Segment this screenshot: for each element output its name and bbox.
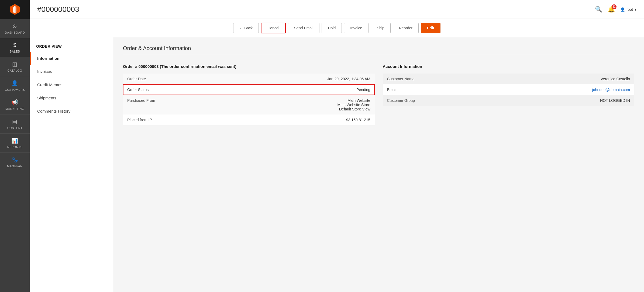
sidebar-item-marketing[interactable]: 📢 Marketing [0, 95, 30, 114]
sidebar-item-marketing-label: Marketing [5, 107, 24, 110]
magefan-icon: 🐾 [11, 157, 18, 163]
main-content: #000000003 🔍 🔔 11 👤 root ▾ ← Back Cancel… [30, 0, 644, 292]
order-status-value: Pending [227, 84, 375, 95]
ship-button[interactable]: Ship [371, 23, 391, 33]
section-title: Order & Account Information [123, 45, 634, 55]
customer-group-row: Customer Group NOT LOGGED IN [383, 95, 635, 106]
email-label: Email [383, 84, 494, 95]
user-name: root [626, 7, 633, 12]
user-avatar-icon: 👤 [620, 7, 625, 12]
sidebar-item-comments-history[interactable]: Comments History [30, 105, 113, 118]
purchased-from-row: Purchased From Main WebsiteMain Website … [123, 95, 375, 114]
sidebar-item-content[interactable]: ▤ Content [0, 114, 30, 133]
catalog-icon: ◫ [12, 61, 18, 67]
sidebar-item-customers[interactable]: 👤 Customers [0, 76, 30, 95]
notification-badge: 11 [612, 4, 617, 9]
send-email-button[interactable]: Send Email [288, 23, 320, 33]
order-status-label: Order Status [123, 84, 227, 95]
sidebar-item-customers-label: Customers [5, 88, 25, 91]
customer-name-value: Veronica Costello [493, 74, 634, 84]
sidebar-logo [0, 0, 30, 19]
order-status-row: Order Status Pending [123, 84, 375, 95]
email-value[interactable]: johndoe@domain.com [493, 84, 634, 95]
dashboard-icon: ⊙ [12, 23, 17, 29]
order-sidebar-title: ORDER VIEW [30, 40, 113, 52]
chevron-down-icon: ▾ [635, 7, 636, 12]
order-date-row: Order Date Jan 20, 2022, 1:34:06 AM [123, 74, 375, 84]
email-row: Email johndoe@domain.com [383, 84, 635, 95]
invoice-button[interactable]: Invoice [344, 23, 368, 33]
two-col-layout: Order # 000000003 (The order confirmatio… [123, 60, 634, 125]
account-heading: Account Information [383, 60, 635, 72]
customers-icon: 👤 [11, 80, 18, 86]
sidebar-item-reports[interactable]: 📊 Reports [0, 133, 30, 152]
placed-from-ip-row: Placed from IP 193.169.81.215 [123, 114, 375, 125]
reports-icon: 📊 [11, 137, 18, 144]
sidebar-item-magefan[interactable]: 🐾 Magefan [0, 152, 30, 172]
action-bar: ← Back Cancel Send Email Hold Invoice Sh… [30, 19, 644, 37]
content-area: ORDER VIEW Information Invoices Credit M… [30, 37, 644, 292]
order-date-value: Jan 20, 2022, 1:34:06 AM [227, 74, 375, 84]
placed-from-ip-value: 193.169.81.215 [227, 114, 375, 125]
email-link[interactable]: johndoe@domain.com [592, 88, 630, 92]
account-info-table: Customer Name Veronica Costello Email jo… [383, 74, 635, 106]
hold-button[interactable]: Hold [322, 23, 342, 33]
order-info-table: Order Date Jan 20, 2022, 1:34:06 AM Orde… [123, 74, 375, 125]
reorder-button[interactable]: Reorder [393, 23, 419, 33]
order-view-sidebar: ORDER VIEW Information Invoices Credit M… [30, 37, 113, 292]
customer-group-value: NOT LOGGED IN [493, 95, 634, 106]
sales-icon: $ [13, 42, 16, 48]
sidebar-item-credit-memos[interactable]: Credit Memos [30, 78, 113, 91]
purchased-from-value: Main WebsiteMain Website StoreDefault St… [227, 95, 375, 114]
customer-name-row: Customer Name Veronica Costello [383, 74, 635, 84]
search-icon[interactable]: 🔍 [595, 6, 602, 13]
sidebar-item-content-label: Content [7, 126, 23, 130]
user-menu[interactable]: 👤 root ▾ [620, 7, 636, 12]
content-icon: ▤ [12, 118, 18, 125]
placed-from-ip-label: Placed from IP [123, 114, 227, 125]
sidebar-item-magefan-label: Magefan [7, 165, 22, 168]
customer-group-label: Customer Group [383, 95, 494, 106]
top-bar-actions: 🔍 🔔 11 👤 root ▾ [595, 6, 636, 13]
purchased-from-label: Purchased From [123, 95, 227, 114]
cancel-button[interactable]: Cancel [261, 23, 286, 33]
sidebar: ⊙ Dashboard $ Sales ◫ Catalog 👤 Customer… [0, 0, 30, 292]
sidebar-item-dashboard[interactable]: ⊙ Dashboard [0, 19, 30, 38]
sidebar-item-shipments[interactable]: Shipments [30, 91, 113, 105]
sidebar-item-sales-label: Sales [10, 50, 20, 53]
page-title: #000000003 [37, 5, 79, 14]
sidebar-item-catalog-label: Catalog [8, 69, 22, 72]
back-button[interactable]: ← Back [233, 23, 259, 33]
sidebar-navigation: ⊙ Dashboard $ Sales ◫ Catalog 👤 Customer… [0, 19, 30, 172]
notifications-icon[interactable]: 🔔 11 [608, 6, 615, 13]
order-info-panel: Order # 000000003 (The order confirmatio… [123, 60, 375, 125]
order-date-label: Order Date [123, 74, 227, 84]
sidebar-item-dashboard-label: Dashboard [5, 31, 25, 34]
marketing-icon: 📢 [11, 99, 18, 106]
sidebar-item-information[interactable]: Information [30, 52, 113, 65]
edit-button[interactable]: Edit [421, 23, 440, 33]
sidebar-item-sales[interactable]: $ Sales [0, 38, 30, 57]
order-heading: Order # 000000003 (The order confirmatio… [123, 60, 375, 72]
sidebar-item-reports-label: Reports [7, 145, 22, 149]
sidebar-item-invoices[interactable]: Invoices [30, 65, 113, 78]
account-info-panel: Account Information Customer Name Veroni… [383, 60, 635, 125]
page-main: Order & Account Information Order # 0000… [113, 37, 644, 292]
customer-name-label: Customer Name [383, 74, 494, 84]
top-bar: #000000003 🔍 🔔 11 👤 root ▾ [30, 0, 644, 19]
sidebar-item-catalog[interactable]: ◫ Catalog [0, 57, 30, 76]
